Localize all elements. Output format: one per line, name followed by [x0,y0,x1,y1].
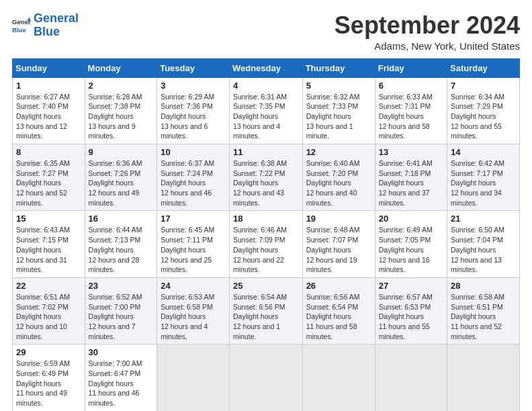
day-number: 28 [451,281,516,291]
month-title: September 2024 [335,12,520,39]
table-row: 4 Sunrise: 6:31 AM Sunset: 7:35 PM Dayli… [229,77,302,144]
day-number: 12 [306,147,371,157]
day-info: Sunrise: 6:33 AM Sunset: 7:31 PM Dayligh… [379,92,443,141]
title-section: September 2024 Adams, New York, United S… [335,12,520,52]
day-info: Sunrise: 6:49 AM Sunset: 7:05 PM Dayligh… [379,225,443,274]
day-info: Sunrise: 6:56 AM Sunset: 6:54 PM Dayligh… [306,292,371,341]
header-section: General Blue General Blue September 2024… [12,12,520,52]
day-number: 19 [306,214,371,224]
day-number: 20 [379,214,443,224]
day-number: 2 [89,81,154,91]
table-row: 2 Sunrise: 6:28 AM Sunset: 7:38 PM Dayli… [85,77,157,144]
table-row: 14 Sunrise: 6:42 AM Sunset: 7:17 PM Dayl… [447,144,520,211]
day-info: Sunrise: 6:34 AM Sunset: 7:29 PM Dayligh… [451,92,516,141]
table-row [229,345,302,411]
day-info: Sunrise: 6:35 AM Sunset: 7:27 PM Dayligh… [16,158,81,208]
day-info: Sunrise: 7:00 AM Sunset: 6:47 PM Dayligh… [89,359,154,408]
table-row: 11 Sunrise: 6:38 AM Sunset: 7:22 PM Dayl… [229,144,302,211]
table-row: 29 Sunrise: 6:59 AM Sunset: 6:49 PM Dayl… [13,345,85,411]
calendar-header-row: Sunday Monday Tuesday Wednesday Thursday… [13,58,520,77]
day-number: 27 [379,281,443,291]
day-info: Sunrise: 6:58 AM Sunset: 6:51 PM Dayligh… [451,292,516,341]
table-row: 12 Sunrise: 6:40 AM Sunset: 7:20 PM Dayl… [302,144,375,211]
table-row: 15 Sunrise: 6:43 AM Sunset: 7:15 PM Dayl… [13,211,85,277]
day-info: Sunrise: 6:54 AM Sunset: 6:56 PM Dayligh… [233,292,299,341]
day-number: 5 [306,81,371,91]
day-number: 23 [89,281,154,291]
table-row: 8 Sunrise: 6:35 AM Sunset: 7:27 PM Dayli… [13,144,85,211]
day-info: Sunrise: 6:28 AM Sunset: 7:38 PM Dayligh… [89,92,154,141]
table-row: 28 Sunrise: 6:58 AM Sunset: 6:51 PM Dayl… [447,277,520,344]
table-row: 23 Sunrise: 6:52 AM Sunset: 7:00 PM Dayl… [85,277,157,344]
day-number: 24 [161,281,226,291]
day-info: Sunrise: 6:37 AM Sunset: 7:24 PM Dayligh… [161,158,226,208]
day-number: 1 [16,81,81,91]
day-info: Sunrise: 6:44 AM Sunset: 7:13 PM Dayligh… [89,225,154,274]
day-number: 15 [16,214,81,224]
table-row: 26 Sunrise: 6:56 AM Sunset: 6:54 PM Dayl… [302,277,375,344]
table-row: 6 Sunrise: 6:33 AM Sunset: 7:31 PM Dayli… [375,77,447,144]
table-row [157,345,230,411]
col-tuesday: Tuesday [157,58,230,77]
day-number: 11 [233,147,299,157]
day-number: 8 [16,147,81,157]
col-saturday: Saturday [447,58,520,77]
table-row: 7 Sunrise: 6:34 AM Sunset: 7:29 PM Dayli… [447,77,520,144]
table-row [302,345,375,411]
day-info: Sunrise: 6:36 AM Sunset: 7:26 PM Dayligh… [89,158,154,208]
table-row: 1 Sunrise: 6:27 AM Sunset: 7:40 PM Dayli… [13,77,85,144]
day-info: Sunrise: 6:42 AM Sunset: 7:17 PM Dayligh… [451,158,516,208]
logo-text: General Blue [34,12,79,39]
table-row: 9 Sunrise: 6:36 AM Sunset: 7:26 PM Dayli… [85,144,157,211]
day-info: Sunrise: 6:45 AM Sunset: 7:11 PM Dayligh… [161,225,226,274]
day-info: Sunrise: 6:59 AM Sunset: 6:49 PM Dayligh… [16,359,81,408]
day-info: Sunrise: 6:57 AM Sunset: 6:53 PM Dayligh… [379,292,443,341]
table-row: 22 Sunrise: 6:51 AM Sunset: 7:02 PM Dayl… [13,277,85,344]
day-number: 22 [16,281,81,291]
table-row: 18 Sunrise: 6:46 AM Sunset: 7:09 PM Dayl… [229,211,302,277]
day-info: Sunrise: 6:38 AM Sunset: 7:22 PM Dayligh… [233,158,299,208]
table-row: 20 Sunrise: 6:49 AM Sunset: 7:05 PM Dayl… [375,211,447,277]
day-number: 4 [233,81,299,91]
day-info: Sunrise: 6:41 AM Sunset: 7:18 PM Dayligh… [379,158,443,208]
day-number: 14 [451,147,516,157]
day-info: Sunrise: 6:43 AM Sunset: 7:15 PM Dayligh… [16,225,81,274]
col-sunday: Sunday [13,58,85,77]
day-number: 25 [233,281,299,291]
table-row: 25 Sunrise: 6:54 AM Sunset: 6:56 PM Dayl… [229,277,302,344]
svg-text:Blue: Blue [12,26,26,33]
logo: General Blue General Blue [12,12,79,39]
day-number: 16 [89,214,154,224]
day-number: 13 [379,147,443,157]
day-number: 7 [451,81,516,91]
col-friday: Friday [375,58,447,77]
day-info: Sunrise: 6:29 AM Sunset: 7:36 PM Dayligh… [161,92,226,141]
day-info: Sunrise: 6:40 AM Sunset: 7:20 PM Dayligh… [306,158,371,208]
day-number: 21 [451,214,516,224]
table-row: 5 Sunrise: 6:32 AM Sunset: 7:33 PM Dayli… [302,77,375,144]
day-info: Sunrise: 6:46 AM Sunset: 7:09 PM Dayligh… [233,225,299,274]
logo-icon: General Blue [12,16,31,35]
table-row [447,345,520,411]
day-number: 10 [161,147,226,157]
day-number: 6 [379,81,443,91]
col-wednesday: Wednesday [229,58,302,77]
table-row: 17 Sunrise: 6:45 AM Sunset: 7:11 PM Dayl… [157,211,230,277]
table-row: 30 Sunrise: 7:00 AM Sunset: 6:47 PM Dayl… [85,345,157,411]
table-row: 21 Sunrise: 6:50 AM Sunset: 7:04 PM Dayl… [447,211,520,277]
day-info: Sunrise: 6:27 AM Sunset: 7:40 PM Dayligh… [16,92,81,141]
table-row: 3 Sunrise: 6:29 AM Sunset: 7:36 PM Dayli… [157,77,230,144]
day-number: 18 [233,214,299,224]
day-number: 3 [161,81,226,91]
svg-text:General: General [12,18,31,26]
table-row: 27 Sunrise: 6:57 AM Sunset: 6:53 PM Dayl… [375,277,447,344]
day-info: Sunrise: 6:52 AM Sunset: 7:00 PM Dayligh… [89,292,154,341]
day-number: 9 [89,147,154,157]
day-info: Sunrise: 6:53 AM Sunset: 6:58 PM Dayligh… [161,292,226,341]
table-row [375,345,447,411]
day-number: 30 [89,347,154,357]
day-info: Sunrise: 6:50 AM Sunset: 7:04 PM Dayligh… [451,225,516,274]
page: General Blue General Blue September 2024… [0,0,532,411]
col-thursday: Thursday [302,58,375,77]
day-info: Sunrise: 6:51 AM Sunset: 7:02 PM Dayligh… [16,292,81,341]
